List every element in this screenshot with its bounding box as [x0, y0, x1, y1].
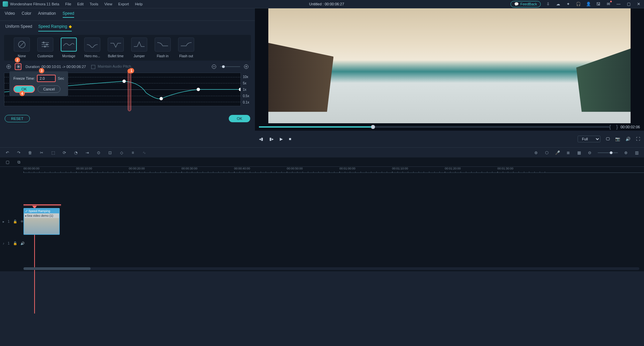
document-title: Untitled : 00:00:06:27	[143, 2, 511, 6]
mark-out-icon[interactable]: }	[616, 124, 618, 130]
ramp-zoom-slider[interactable]	[220, 66, 240, 67]
menu-tools[interactable]: Tools	[90, 2, 98, 6]
lock-audio-icon[interactable]: 🔓	[13, 241, 17, 245]
tab-animation[interactable]: Animation	[38, 11, 56, 18]
add-keyframe-icon[interactable]	[5, 63, 12, 70]
menu-edit[interactable]: Edit	[77, 2, 84, 6]
preset-jumper[interactable]: Jumper	[129, 38, 149, 58]
undo-icon[interactable]: ↶	[5, 150, 10, 155]
timeline-zoom-out-icon[interactable]: ⊖	[587, 150, 592, 155]
prev-frame-icon[interactable]: ◂▮	[259, 137, 263, 141]
track-manage-icon[interactable]: ▦	[576, 150, 582, 155]
snapshot-icon[interactable]: 📷	[615, 137, 620, 141]
maximize-icon[interactable]: ▢	[626, 1, 631, 7]
tab-color[interactable]: Color	[21, 11, 31, 18]
mail-icon[interactable]: ✉	[606, 1, 611, 7]
ramp-playhead[interactable]	[128, 71, 131, 111]
mark-in-icon[interactable]: {	[609, 124, 611, 130]
preview-quality-select[interactable]: Full	[578, 136, 600, 142]
progress-handle[interactable]	[371, 125, 375, 129]
save-icon[interactable]: 🖫	[596, 1, 601, 7]
preset-montage[interactable]: Montage	[59, 38, 78, 58]
preset-none[interactable]: None	[12, 38, 32, 58]
render-icon[interactable]: ⊛	[533, 150, 539, 155]
marker-icon[interactable]: ⬡	[544, 150, 549, 155]
split-icon[interactable]: ✂	[39, 150, 44, 155]
menu-export[interactable]: Export	[118, 2, 129, 6]
premium-star-icon: ◆	[69, 24, 72, 29]
headset-icon[interactable]: 🎧	[576, 1, 581, 7]
next-frame-icon[interactable]: ▮▸	[269, 137, 274, 141]
panel-footer: RESET OK	[0, 106, 255, 126]
lock-icon[interactable]: 🔓	[13, 220, 17, 223]
subtab-speed-ramping[interactable]: Speed Ramping ◆	[38, 24, 72, 31]
settings-icon[interactable]: ≡	[130, 150, 136, 155]
zoom-in-icon[interactable]	[243, 63, 250, 70]
timeline: ▢ ⧉ 00:00:00:0000:00:10:0000:00:20:0000:…	[0, 157, 644, 271]
export-tool-icon[interactable]: ⇥	[85, 150, 90, 155]
keyframe-icon[interactable]: ◇	[119, 150, 124, 155]
tab-video[interactable]: Video	[5, 11, 15, 18]
ruler-tick: 00:01:00:00	[339, 167, 356, 170]
volume-icon[interactable]: 🔊	[626, 137, 631, 141]
title-right: 💬 FeedBack ⇩ ☁ ✦ 🎧 👤 🖫 ✉ — ▢ ✕	[511, 1, 641, 7]
fullscreen-icon[interactable]: ⛶	[636, 137, 640, 141]
subtab-uniform-speed[interactable]: Uniform Speed	[5, 24, 32, 31]
detach-icon[interactable]: ⊡	[107, 150, 113, 155]
cloud-icon[interactable]: ☁	[555, 1, 561, 7]
subtab-ramping-label: Speed Ramping	[38, 24, 67, 29]
tab-speed[interactable]: Speed	[63, 11, 74, 18]
preset-customize[interactable]: Customize	[36, 38, 55, 58]
feedback-button[interactable]: 💬 FeedBack	[511, 1, 541, 7]
clip-fx-label: Speed Ramping	[29, 209, 50, 213]
mixer-icon[interactable]: ≣	[566, 150, 571, 155]
record-icon[interactable]: 🎤	[555, 150, 560, 155]
ruler-tick: 00:00:40:00	[234, 167, 250, 170]
preview-panel: { } 00:00:02:06 ◂▮ ▮▸ ▶ ■ Full 🖵 📷 🔊 ⛶	[255, 8, 644, 147]
timeline-zoom-in-icon[interactable]: ⊕	[623, 150, 629, 155]
magnet-icon[interactable]: ⧉	[16, 159, 21, 165]
timeline-scrollbar[interactable]	[23, 267, 639, 270]
sparkle-icon[interactable]: ✦	[566, 1, 571, 7]
reset-button[interactable]: RESET	[5, 115, 30, 122]
stop-icon[interactable]: ■	[289, 137, 291, 141]
timeline-ruler[interactable]: 00:00:00:0000:00:10:0000:00:20:0000:00:3…	[23, 167, 644, 173]
menu-file[interactable]: File	[65, 2, 71, 6]
clip-fx-icon: ⤢	[25, 209, 28, 213]
download-icon[interactable]: ⇩	[545, 1, 551, 7]
menu-help[interactable]: Help	[135, 2, 143, 6]
user-icon[interactable]: 👤	[586, 1, 591, 7]
video-clip[interactable]: ⤢Speed Ramping ▸Sea video demo (1)	[23, 208, 60, 235]
maintain-pitch[interactable]: Maintain Audio Pitch	[91, 64, 131, 69]
timeline-options-icon[interactable]: ▢	[5, 159, 10, 165]
preview-image[interactable]	[268, 8, 631, 123]
timeline-zoom-slider[interactable]	[598, 152, 618, 153]
preset-flash-in[interactable]: Flash in	[153, 38, 172, 58]
svg-line-1	[19, 42, 24, 47]
preset-flash-out[interactable]: Flash out	[176, 38, 196, 58]
preview-progress[interactable]	[259, 126, 609, 128]
crop-icon[interactable]: ⬚	[50, 150, 56, 155]
menu-view[interactable]: View	[104, 2, 112, 6]
color-tool-icon[interactable]: ◔	[73, 150, 78, 155]
feedback-label: FeedBack	[520, 2, 537, 6]
display-icon[interactable]: 🖵	[606, 137, 610, 141]
freeze-time-popup: Freeze Time: Sec 4 OK Cancel	[9, 71, 68, 96]
close-icon[interactable]: ✕	[636, 1, 641, 7]
redo-icon[interactable]: ↷	[16, 150, 21, 155]
freeze-frame-icon[interactable]	[15, 63, 21, 70]
minimize-icon[interactable]: —	[616, 1, 621, 7]
preset-bullet-time[interactable]: Bullet time	[106, 38, 125, 58]
speed-tool-icon[interactable]: ⟳	[62, 150, 67, 155]
zoom-out-icon[interactable]	[211, 63, 217, 70]
delete-icon[interactable]: 🗑	[28, 150, 33, 155]
freeze-time-input[interactable]	[37, 75, 56, 82]
checkbox-icon[interactable]	[91, 65, 95, 69]
ok-button[interactable]: OK	[229, 115, 250, 122]
scrollbar-thumb[interactable]	[23, 267, 91, 270]
freeze-cancel-button[interactable]: Cancel	[38, 85, 60, 93]
zoom-fit-icon[interactable]: ▥	[634, 150, 639, 155]
preset-hero-moment[interactable]: Hero mo...	[83, 38, 102, 58]
duration-tool-icon[interactable]: ⊙	[96, 150, 101, 155]
play-icon[interactable]: ▶	[280, 137, 283, 141]
